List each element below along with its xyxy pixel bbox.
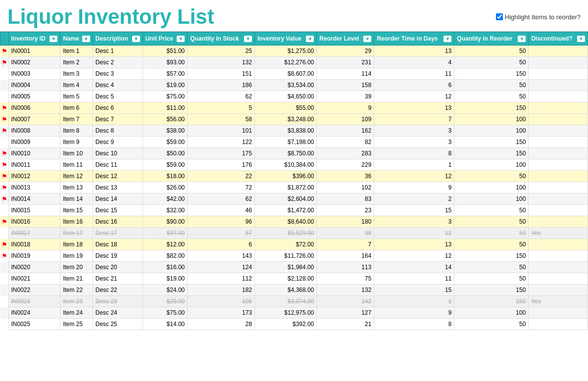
table-cell: 127	[317, 307, 374, 319]
table-cell	[529, 273, 588, 285]
table-cell: Desc 8	[93, 125, 143, 137]
filter-reorder-level[interactable]: ▼	[363, 36, 371, 42]
table-cell: 72	[188, 182, 255, 193]
table-cell: Item 21	[60, 273, 93, 285]
flag-cell: ⚑	[0, 159, 9, 171]
table-cell: 6	[374, 80, 454, 91]
table-cell: $2,604.00	[255, 193, 317, 205]
table-cell: Desc 14	[93, 193, 143, 205]
table-cell: Item 1	[60, 46, 93, 57]
flag-header	[0, 32, 9, 46]
table-cell: 96	[188, 216, 255, 228]
filter-inv-value[interactable]: ▼	[306, 36, 314, 42]
flag-cell	[0, 262, 9, 273]
table-cell: 2	[374, 193, 454, 205]
flag-cell	[0, 285, 9, 296]
table-cell: Desc 12	[93, 171, 143, 182]
flag-cell: ⚑	[0, 102, 9, 114]
filter-reorder-time[interactable]: ▼	[443, 36, 451, 42]
col-header-discontinued: Discontinued? ▼	[529, 32, 588, 46]
flag-cell	[0, 137, 9, 148]
flag-icon: ⚑	[1, 116, 7, 123]
table-cell: IN0018	[8, 239, 60, 250]
table-cell: Desc 17	[93, 228, 143, 239]
flag-cell: ⚑	[0, 171, 9, 182]
table-cell: 283	[317, 148, 374, 159]
table-cell: Item 4	[60, 80, 93, 91]
flag-cell: ⚑	[0, 182, 9, 193]
table-cell: $392.00	[255, 319, 317, 330]
table-cell: 150	[454, 285, 529, 296]
table-cell: Item 13	[60, 182, 93, 193]
table-cell: 164	[317, 250, 374, 262]
table-cell: IN0023	[8, 296, 60, 307]
table-cell: $90.00	[143, 216, 187, 228]
highlight-label[interactable]: Highlight Items to reorder?	[505, 13, 581, 21]
filter-discontinued[interactable]: ▼	[577, 36, 585, 42]
table-cell: Item 24	[60, 307, 93, 319]
table-cell: $3,074.00	[255, 296, 317, 307]
table-cell: Item 3	[60, 68, 93, 80]
table-cell	[529, 307, 588, 319]
table-cell: $8,607.00	[255, 68, 317, 80]
table-cell: 9	[317, 102, 374, 114]
filter-unit-price[interactable]: ▼	[177, 36, 185, 42]
table-cell	[529, 216, 588, 228]
table-cell: 50	[454, 46, 529, 57]
table-cell: $50.00	[143, 148, 187, 159]
table-cell: $38.00	[143, 125, 187, 137]
table-cell: 106	[188, 296, 255, 307]
table-cell: 102	[317, 182, 374, 193]
table-cell: 15	[374, 205, 454, 216]
table-cell: 12	[374, 171, 454, 182]
filter-name[interactable]: ▼	[82, 36, 90, 42]
table-cell: 3	[374, 125, 454, 137]
table-cell: $396.00	[255, 171, 317, 182]
table-cell: $59.00	[143, 159, 187, 171]
table-row: IN0023Item 23Desc 23$29.00106$3,074.0014…	[0, 296, 588, 307]
table-cell: Item 17	[60, 228, 93, 239]
table-cell: IN0011	[8, 159, 60, 171]
inventory-table: Inventory ID ▼ Name ▼ Description ▼	[0, 32, 588, 330]
table-cell: $5,529.00	[255, 228, 317, 239]
flag-icon: ⚑	[1, 161, 7, 169]
table-cell: Item 22	[60, 285, 93, 296]
table-cell: Item 8	[60, 125, 93, 137]
table-cell	[529, 182, 588, 193]
table-cell: 132	[317, 285, 374, 296]
table-cell: 1	[374, 296, 454, 307]
table-cell: 229	[317, 159, 374, 171]
table-cell: 11	[374, 68, 454, 80]
filter-id[interactable]: ▼	[49, 36, 57, 42]
table-cell: 150	[454, 102, 529, 114]
table-cell: Desc 22	[93, 285, 143, 296]
table-cell: 13	[374, 102, 454, 114]
flag-cell	[0, 319, 9, 330]
table-cell: 150	[454, 250, 529, 262]
flag-icon: ⚑	[1, 241, 7, 248]
flag-cell	[0, 91, 9, 102]
table-cell: $2,128.00	[255, 273, 317, 285]
table-cell: 101	[188, 125, 255, 137]
table-cell: $51.00	[143, 46, 187, 57]
table-cell	[529, 102, 588, 114]
filter-qty-reorder[interactable]: ▼	[518, 36, 526, 42]
table-cell: 50	[454, 80, 529, 91]
flag-cell	[0, 296, 9, 307]
filter-description[interactable]: ▼	[132, 36, 140, 42]
table-cell	[529, 171, 588, 182]
table-cell: Desc 11	[93, 159, 143, 171]
flag-cell: ⚑	[0, 148, 9, 159]
table-cell: 75	[317, 273, 374, 285]
table-row: IN0003Item 3Desc 3$57.00151$8,607.001141…	[0, 68, 588, 80]
filter-qty-stock[interactable]: ▼	[244, 36, 252, 42]
table-cell: Item 9	[60, 137, 93, 148]
table-row: IN0021Item 21Desc 21$19.00112$2,128.0075…	[0, 273, 588, 285]
table-cell: $12,276.00	[255, 57, 317, 68]
table-row: ⚑IN0008Item 8Desc 8$38.00101$3,838.00162…	[0, 125, 588, 137]
highlight-checkbox[interactable]	[496, 13, 503, 20]
table-cell: 50	[454, 91, 529, 102]
table-cell: IN0014	[8, 193, 60, 205]
table-cell: Desc 21	[93, 273, 143, 285]
table-row: IN0005Item 5Desc 5$75.0062$4,650.0039125…	[0, 91, 588, 102]
